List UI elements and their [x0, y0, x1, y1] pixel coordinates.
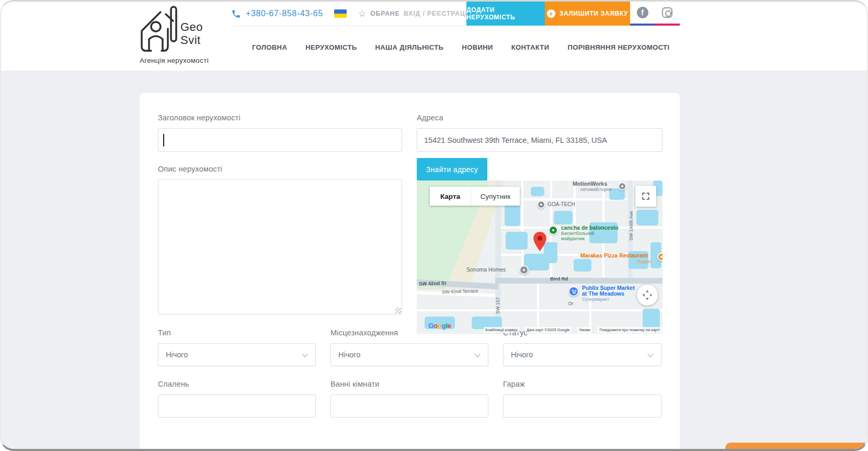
add-property-label: ДОДАТИ НЕРУХОМІСТЬ: [466, 6, 545, 21]
leave-request-label: ЗАЛИШИТИ ЗАЯВКУ: [559, 10, 628, 17]
nav-news[interactable]: НОВИНИ: [462, 43, 493, 51]
poi-sonoma[interactable]: Sonoma Homes: [466, 266, 506, 273]
motionworks-pin-icon[interactable]: [618, 182, 626, 190]
chevron-down-icon: [474, 351, 480, 357]
bird-road: [495, 278, 663, 284]
bedrooms-label: Спалень: [158, 380, 189, 388]
description-textarea[interactable]: [158, 179, 402, 314]
poi-goatech[interactable]: GOA-TECH: [547, 201, 575, 207]
fullscreen-button[interactable]: [635, 186, 656, 207]
facebook-button[interactable]: f: [630, 2, 655, 26]
map-attribution: Комбінації клавіш Дані карт ©2025 Google…: [484, 327, 661, 333]
nav-activity[interactable]: НАША ДІЯЛЬНІСТЬ: [375, 43, 443, 51]
phone-link[interactable]: +380-67-858-43-65: [231, 2, 323, 26]
pond: [554, 211, 573, 224]
pan-control[interactable]: [637, 285, 658, 306]
phone-number: +380-67-858-43-65: [246, 9, 323, 18]
status-select-value: Нічого: [511, 351, 533, 359]
road: [537, 278, 539, 334]
poi-marakas-sub: Піцерія: [636, 259, 652, 264]
location-label: Місцезнаходження: [330, 329, 398, 337]
poi-publix-line2: at The Meadows: [582, 290, 624, 297]
address-input[interactable]: [417, 128, 663, 152]
basketball-court-pin-icon[interactable]: [549, 226, 558, 235]
pan-icon: [642, 289, 653, 301]
google-logo[interactable]: Google: [428, 322, 451, 330]
pond: [531, 187, 544, 196]
pond: [505, 204, 520, 226]
location-marker-icon[interactable]: [533, 232, 546, 253]
street-sw157: SW 157: [495, 297, 500, 314]
favorites-label: ОБРАНЕ: [370, 10, 399, 17]
logo-line1: Geo: [180, 20, 203, 33]
ukraine-flag-icon: [334, 9, 347, 18]
location-select-value: Нічого: [338, 351, 360, 359]
pond: [643, 309, 660, 330]
description-field-label: Опис нерухомості: [158, 165, 222, 173]
poi-motionworks[interactable]: MotionWorks: [573, 181, 607, 187]
street-dr: Dr: [568, 301, 574, 306]
title-field-label: Заголовок нерухомості: [158, 114, 241, 122]
sonoma-pin-icon[interactable]: [519, 265, 529, 275]
poi-marakas[interactable]: Marakas Pizza Restaurant: [580, 252, 648, 258]
poi-basketball-sub1: Баскетбольний: [561, 231, 594, 236]
poi-basketball[interactable]: cancha de baloncesto: [561, 224, 619, 231]
leave-request-button[interactable]: + ЗАЛИШИТИ ЗАЯВКУ: [545, 2, 630, 26]
fullscreen-icon: [641, 191, 650, 201]
pond: [574, 259, 591, 272]
restaurant-pin-icon[interactable]: [657, 253, 663, 261]
address-field-label: Адреса: [417, 114, 443, 122]
map-view-button[interactable]: Карта: [430, 187, 471, 206]
google-map[interactable]: MotionWorks Автомайстерня GOA-TECH canch…: [417, 181, 663, 334]
keyboard-shortcuts-link[interactable]: Комбінації клавіш: [484, 327, 519, 333]
browser-page: Geo Svit Агенція нерухомості +380-67-858…: [0, 0, 868, 451]
garage-label: Гараж: [503, 380, 525, 388]
garage-input[interactable]: [503, 394, 661, 418]
chevron-down-icon: [302, 351, 307, 357]
satellite-view-button[interactable]: Супутник: [471, 187, 520, 206]
poi-basketball-sub2: майданчик: [561, 236, 585, 241]
map-type-control: Карта Супутник: [430, 187, 520, 206]
nav-properties[interactable]: НЕРУХОМІСТЬ: [305, 43, 357, 51]
location-select[interactable]: Нічого: [330, 343, 488, 366]
main-nav: ГОЛОВНА НЕРУХОМІСТЬ НАША ДІЯЛЬНІСТЬ НОВИ…: [252, 43, 669, 51]
login-link[interactable]: ВХІД / РЕЄСТРАЦІЯ: [404, 2, 473, 26]
nav-home[interactable]: ГОЛОВНА: [252, 43, 287, 51]
resize-handle[interactable]: [395, 308, 401, 313]
goatech-pin-icon[interactable]: [537, 200, 545, 209]
star-icon: ☆: [358, 8, 367, 19]
supermarket-pin-icon[interactable]: [568, 286, 579, 297]
type-label: Тип: [158, 329, 171, 337]
bedrooms-input[interactable]: [158, 394, 316, 418]
bathrooms-input[interactable]: [330, 394, 488, 418]
floating-action-button[interactable]: [725, 443, 868, 451]
pond: [636, 210, 658, 226]
find-address-button[interactable]: Знайти адресу: [417, 158, 487, 181]
street-sw149: SW 149th Ave: [629, 211, 634, 241]
report-error-link[interactable]: Повідомити про помилку на карті: [598, 327, 661, 333]
road: [501, 198, 628, 200]
map-data-label: Дані карт ©2025 Google: [525, 327, 572, 333]
plus-icon: +: [547, 9, 555, 18]
site-header: Geo Svit Агенція нерухомості +380-67-858…: [1, 2, 867, 71]
add-property-button[interactable]: ДОДАТИ НЕРУХОМІСТЬ: [466, 2, 545, 26]
phone-icon: [231, 9, 241, 19]
status-select[interactable]: Нічого: [503, 343, 661, 366]
favorites-link[interactable]: ☆ ОБРАНЕ: [358, 2, 400, 26]
find-address-label: Знайти адресу: [426, 165, 478, 174]
instagram-icon: [662, 7, 672, 18]
terms-link[interactable]: Умови: [577, 327, 592, 333]
instagram-button[interactable]: [655, 2, 680, 26]
nav-compare[interactable]: ПОРІВНЯННЯ НЕРУХОМОСТІ: [567, 43, 669, 51]
street-bird-rd: Bird Rd: [550, 276, 568, 281]
type-select-value: Нічого: [166, 351, 188, 359]
facebook-icon: f: [637, 7, 648, 18]
title-input[interactable]: [158, 128, 402, 152]
poi-motionworks-sub: Автомайстерня: [580, 187, 612, 192]
nav-contacts[interactable]: КОНТАКТИ: [511, 43, 550, 51]
poi-publix-sub: Супермаркет: [582, 297, 609, 302]
type-select[interactable]: Нічого: [158, 343, 316, 366]
road: [417, 309, 663, 311]
login-label: ВХІД / РЕЄСТРАЦІЯ: [404, 10, 473, 17]
header-divider: [233, 26, 465, 26]
